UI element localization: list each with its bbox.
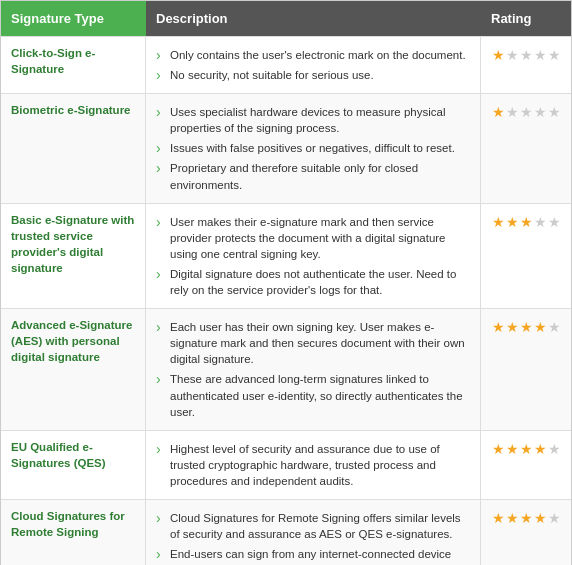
star-rating: ★★★★★: [492, 104, 561, 120]
description-cell: Cloud Signatures for Remote Signing offe…: [146, 500, 481, 565]
star-filled: ★: [492, 104, 505, 120]
star-empty: ★: [506, 104, 519, 120]
table-row: Cloud Signatures for Remote SigningCloud…: [1, 499, 571, 565]
table-row: Basic e-Signature with trusted service p…: [1, 203, 571, 308]
star-filled: ★: [520, 510, 533, 526]
star-filled: ★: [534, 441, 547, 457]
star-empty: ★: [506, 47, 519, 63]
signature-type-cell: Click-to-Sign e-Signature: [1, 37, 146, 93]
star-empty: ★: [548, 47, 561, 63]
header-rating: Rating: [481, 1, 571, 36]
description-cell: Only contains the user's electronic mark…: [146, 37, 481, 93]
signature-type-label: Cloud Signatures for Remote Signing: [11, 510, 125, 538]
rating-cell: ★★★★★: [481, 309, 571, 430]
header-signature-type: Signature Type: [1, 1, 146, 36]
rating-cell: ★★★★★: [481, 431, 571, 499]
table-header: Signature Type Description Rating: [1, 1, 571, 36]
description-item: Only contains the user's electronic mark…: [156, 45, 470, 65]
star-rating: ★★★★★: [492, 510, 561, 526]
star-empty: ★: [548, 319, 561, 335]
star-rating: ★★★★★: [492, 47, 561, 63]
star-rating: ★★★★★: [492, 441, 561, 457]
signature-type-cell: Advanced e-Signature (AES) with personal…: [1, 309, 146, 430]
signature-type-label: Click-to-Sign e-Signature: [11, 47, 95, 75]
star-filled: ★: [520, 214, 533, 230]
star-filled: ★: [492, 319, 505, 335]
signature-type-label: Basic e-Signature with trusted service p…: [11, 214, 134, 274]
signature-type-label: EU Qualified e-Signatures (QES): [11, 441, 106, 469]
table-row: Click-to-Sign e-SignatureOnly contains t…: [1, 36, 571, 93]
rating-cell: ★★★★★: [481, 94, 571, 202]
description-item: No security, not suitable for serious us…: [156, 65, 470, 85]
description-item: Proprietary and therefore suitable only …: [156, 158, 470, 194]
signature-type-cell: Biometric e-Signature: [1, 94, 146, 202]
table-row: Biometric e-SignatureUses specialist har…: [1, 93, 571, 202]
table-body: Click-to-Sign e-SignatureOnly contains t…: [1, 36, 571, 565]
star-filled: ★: [506, 441, 519, 457]
star-filled: ★: [506, 510, 519, 526]
star-empty: ★: [534, 104, 547, 120]
star-rating: ★★★★★: [492, 214, 561, 230]
star-empty: ★: [548, 510, 561, 526]
star-empty: ★: [520, 104, 533, 120]
star-filled: ★: [534, 319, 547, 335]
description-cell: Highest level of security and assurance …: [146, 431, 481, 499]
star-filled: ★: [492, 441, 505, 457]
description-item: Digital signature does not authenticate …: [156, 264, 470, 300]
star-filled: ★: [492, 510, 505, 526]
signature-type-cell: EU Qualified e-Signatures (QES): [1, 431, 146, 499]
star-empty: ★: [534, 47, 547, 63]
rating-cell: ★★★★★: [481, 500, 571, 565]
star-filled: ★: [534, 510, 547, 526]
description-item: User makes their e-signature mark and th…: [156, 212, 470, 264]
signature-type-label: Advanced e-Signature (AES) with personal…: [11, 319, 132, 363]
description-item: Uses specialist hardware devices to meas…: [156, 102, 470, 138]
star-filled: ★: [506, 214, 519, 230]
star-empty: ★: [548, 104, 561, 120]
description-item: Cloud Signatures for Remote Signing offe…: [156, 508, 470, 544]
signature-table: Signature Type Description Rating Click-…: [0, 0, 572, 565]
header-description: Description: [146, 1, 481, 36]
table-row: Advanced e-Signature (AES) with personal…: [1, 308, 571, 430]
rating-cell: ★★★★★: [481, 37, 571, 93]
star-rating: ★★★★★: [492, 319, 561, 335]
star-filled: ★: [492, 214, 505, 230]
signature-type-cell: Cloud Signatures for Remote Signing: [1, 500, 146, 565]
star-empty: ★: [548, 214, 561, 230]
star-filled: ★: [492, 47, 505, 63]
rating-cell: ★★★★★: [481, 204, 571, 308]
description-item: Highest level of security and assurance …: [156, 439, 470, 491]
star-filled: ★: [520, 441, 533, 457]
star-filled: ★: [520, 319, 533, 335]
description-item: Each user has their own signing key. Use…: [156, 317, 470, 369]
description-cell: Each user has their own signing key. Use…: [146, 309, 481, 430]
star-empty: ★: [520, 47, 533, 63]
description-item: End-users can sign from any internet-con…: [156, 544, 470, 565]
star-empty: ★: [534, 214, 547, 230]
signature-type-cell: Basic e-Signature with trusted service p…: [1, 204, 146, 308]
description-cell: User makes their e-signature mark and th…: [146, 204, 481, 308]
signature-type-label: Biometric e-Signature: [11, 104, 131, 116]
star-filled: ★: [506, 319, 519, 335]
description-item: These are advanced long-term signatures …: [156, 369, 470, 421]
star-empty: ★: [548, 441, 561, 457]
table-row: EU Qualified e-Signatures (QES)Highest l…: [1, 430, 571, 499]
description-cell: Uses specialist hardware devices to meas…: [146, 94, 481, 202]
description-item: Issues with false positives or negatives…: [156, 138, 470, 158]
